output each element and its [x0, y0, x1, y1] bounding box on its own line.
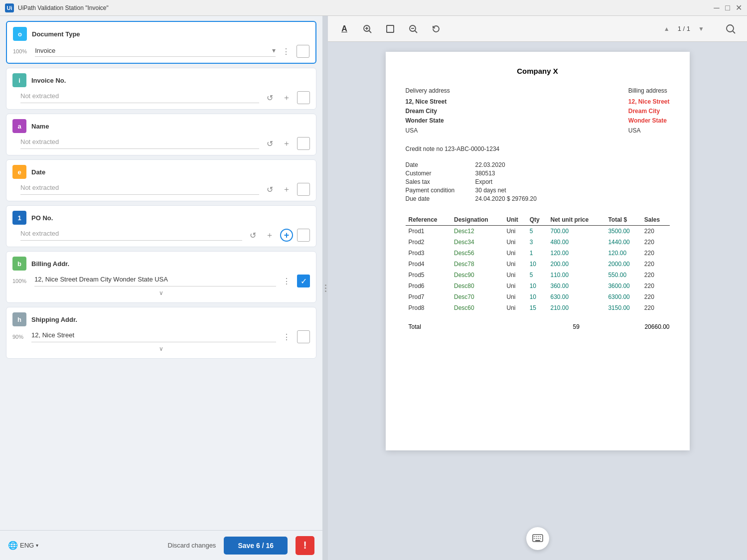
- table-row: Prod2 Desc34 Uni 3 480.00 1440.00 220: [406, 237, 670, 248]
- resize-dot-2: [325, 287, 326, 289]
- field-card-po-no: 1 PO No. Not extracted ↺ ＋ +: [6, 205, 316, 247]
- resize-dots: [325, 284, 326, 292]
- checkbox-shipping-addr[interactable]: [297, 330, 310, 343]
- checkbox-billing-addr[interactable]: ✓: [297, 275, 310, 287]
- billing-line1: 12, Nice Street: [628, 97, 670, 107]
- field-header-shipping-addr: h Shipping Addr.: [12, 312, 310, 326]
- doc-viewer[interactable]: Company X Delivery address 12, Nice Stre…: [328, 42, 747, 560]
- expand-shipping-addr[interactable]: ∨: [12, 343, 310, 353]
- expand-billing-addr[interactable]: ∨: [12, 287, 310, 297]
- next-page-button[interactable]: ▼: [694, 22, 708, 36]
- cell-price-7: 210.00: [547, 302, 605, 313]
- zoom-out-button[interactable]: [405, 20, 422, 37]
- cell-price-1: 480.00: [547, 237, 605, 248]
- text-tool-button[interactable]: A: [336, 20, 353, 37]
- detail-label-2: Sales tax: [406, 178, 475, 185]
- cell-price-4: 110.00: [547, 270, 605, 280]
- checkbox-invoice-no[interactable]: [297, 91, 310, 104]
- fit-page-button[interactable]: [382, 20, 399, 37]
- menu-button-document-type[interactable]: ⋮: [280, 45, 293, 58]
- detail-row-2: Sales tax Export: [406, 178, 670, 185]
- checkbox-date[interactable]: [297, 183, 310, 196]
- value-billing-addr[interactable]: 12, Nice Street Dream City Wonder State …: [34, 276, 276, 286]
- table-row: Prod8 Desc60 Uni 15 210.00 3150.00 220: [406, 302, 670, 313]
- svg-line-14: [415, 30, 418, 33]
- doc-addresses: Delivery address 12, Nice Street Dream C…: [406, 87, 670, 136]
- delivery-line3: Wonder State: [406, 116, 450, 126]
- delivery-address-col: Delivery address 12, Nice Street Dream C…: [406, 87, 450, 136]
- checkbox-document-type[interactable]: [297, 45, 309, 58]
- col-sales: Sales: [641, 214, 670, 226]
- field-card-date: e Date Not extracted ↺ ＋: [6, 159, 316, 201]
- language-selector[interactable]: 🌐 ENG ▾: [8, 541, 38, 550]
- prev-page-button[interactable]: ▲: [660, 22, 674, 36]
- detail-value-1: 380513: [475, 170, 495, 177]
- cell-desc-4: Desc90: [451, 270, 503, 280]
- add-button-po-no[interactable]: ＋: [263, 229, 276, 242]
- cell-desc-1: Desc34: [451, 237, 503, 248]
- cell-sales-3: 220: [641, 259, 670, 270]
- keyboard-fab-button[interactable]: [526, 527, 549, 550]
- delivery-address-value: 12, Nice Street Dream City Wonder State …: [406, 97, 450, 136]
- field-body-document-type: 100% Invoice ▾ ⋮: [13, 45, 309, 58]
- cell-total-4: 550.00: [605, 270, 641, 280]
- svg-line-1: [369, 30, 372, 33]
- undo-button-date[interactable]: ↺: [263, 183, 276, 196]
- circle-add-button-po-no[interactable]: +: [280, 229, 293, 242]
- checkbox-po-no[interactable]: [297, 229, 310, 242]
- discard-button[interactable]: Discard changes: [168, 542, 216, 549]
- cell-sales-5: 220: [641, 280, 670, 291]
- undo-button-invoice-no[interactable]: ↺: [263, 91, 276, 104]
- search-doc-button[interactable]: [722, 20, 739, 37]
- detail-label-3: Payment condition: [406, 187, 475, 194]
- field-card-billing-addr: b Billing Addr. 100% 12, Nice Street Dre…: [6, 251, 316, 303]
- field-header-po-no: 1 PO No.: [12, 211, 310, 225]
- resize-dot-1: [325, 284, 326, 286]
- cell-qty-2: 1: [527, 248, 548, 259]
- save-button[interactable]: Save 6 / 16: [224, 537, 288, 555]
- undo-button-name[interactable]: ↺: [263, 137, 276, 150]
- undo-button-po-no[interactable]: ↺: [246, 229, 259, 242]
- resize-handle[interactable]: [323, 16, 328, 560]
- value-invoice-no[interactable]: Not extracted: [20, 92, 259, 103]
- value-date[interactable]: Not extracted: [20, 184, 259, 195]
- field-body-name: Not extracted ↺ ＋: [12, 137, 310, 150]
- cell-unit-7: Uni: [503, 302, 526, 313]
- cell-ref-4: Prod5: [406, 270, 451, 280]
- confidence-document-type: 100%: [13, 48, 27, 54]
- menu-button-shipping-addr[interactable]: ⋮: [280, 330, 293, 343]
- cell-sales-0: 220: [641, 225, 670, 237]
- bottom-bar: 🌐 ENG ▾ Discard changes Save 6 / 16 !: [0, 530, 322, 560]
- add-button-name[interactable]: ＋: [280, 137, 293, 150]
- detail-value-0: 22.03.2020: [475, 161, 505, 168]
- add-button-date[interactable]: ＋: [280, 183, 293, 196]
- dropdown-arrow-icon[interactable]: ▾: [272, 46, 276, 54]
- value-shipping-addr[interactable]: 12, Nice Street: [31, 331, 276, 342]
- cell-desc-2: Desc56: [451, 248, 503, 259]
- alert-button[interactable]: !: [296, 536, 314, 555]
- minimize-button[interactable]: ─: [713, 4, 720, 11]
- cell-ref-3: Prod4: [406, 259, 451, 270]
- left-panel: o Document Type 100% Invoice ▾ ⋮ i: [0, 16, 323, 560]
- line-items-table: Reference Designation Unit Qty Net unit …: [406, 214, 670, 313]
- rotate-button[interactable]: [428, 20, 445, 37]
- value-po-no[interactable]: Not extracted: [20, 230, 242, 241]
- value-name[interactable]: Not extracted: [20, 138, 259, 149]
- total-amount: 20660.00: [644, 323, 669, 330]
- cell-qty-0: 5: [527, 225, 548, 237]
- table-row: Prod1 Desc12 Uni 5 700.00 3500.00 220: [406, 225, 670, 237]
- value-document-type[interactable]: Invoice ▾: [35, 46, 276, 57]
- menu-button-billing-addr[interactable]: ⋮: [280, 275, 293, 287]
- doc-details: Date 22.03.2020 Customer 380513 Sales ta…: [406, 161, 670, 202]
- cell-qty-1: 3: [527, 237, 548, 248]
- maximize-button[interactable]: □: [724, 4, 731, 11]
- cell-unit-4: Uni: [503, 270, 526, 280]
- badge-invoice-no: i: [12, 73, 26, 87]
- add-button-invoice-no[interactable]: ＋: [280, 91, 293, 104]
- cell-total-2: 120.00: [605, 248, 641, 259]
- zoom-in-button[interactable]: [359, 20, 376, 37]
- cell-price-0: 700.00: [547, 225, 605, 237]
- checkbox-name[interactable]: [297, 137, 310, 150]
- table-row: Prod6 Desc80 Uni 10 360.00 3600.00 220: [406, 280, 670, 291]
- close-button[interactable]: ✕: [735, 4, 742, 11]
